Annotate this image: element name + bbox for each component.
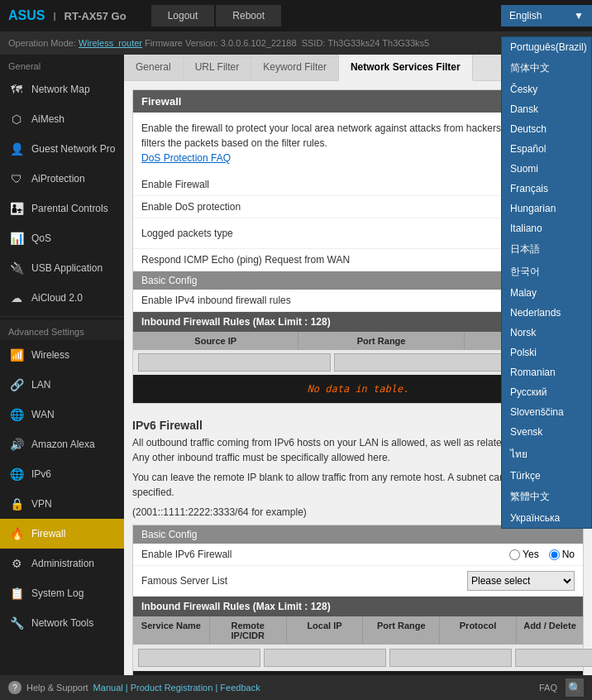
- logout-button[interactable]: Logout: [151, 5, 215, 26]
- network-tools-icon: 🔧: [8, 615, 25, 631]
- language-selector[interactable]: English ▼ Português(Brazil) 简体中文 Česky D…: [501, 5, 592, 26]
- sidebar-item-label: AiMesh: [31, 113, 64, 125]
- source-ip-header: Source IP: [133, 332, 298, 350]
- sidebar-item-parental-controls[interactable]: 👨‍👧 Parental Controls: [0, 194, 124, 223]
- lang-option-th[interactable]: ไทย: [502, 442, 591, 466]
- parental-controls-icon: 👨‍👧: [8, 200, 25, 217]
- port-range-input[interactable]: [334, 353, 527, 372]
- aiprotection-icon: 🛡: [8, 170, 25, 187]
- help-icon: ?: [8, 681, 21, 694]
- sidebar-item-system-log[interactable]: 📋 System Log: [0, 578, 124, 608]
- lang-option-it[interactable]: Italiano: [502, 218, 591, 238]
- lang-option-uk[interactable]: Українська: [502, 508, 591, 528]
- sidebar-item-usb-application[interactable]: 🔌 USB Application: [0, 253, 124, 283]
- sidebar-general-section: General: [0, 55, 124, 74]
- lang-option-fr[interactable]: Français: [502, 179, 591, 199]
- enable-ipv6-row: Enable IPv6 Firewall Yes No: [133, 544, 583, 566]
- enable-ipv4-label: Enable IPv4 inbound firewall rules: [141, 295, 509, 306]
- enable-ipv6-yes[interactable]: Yes: [509, 549, 539, 560]
- lang-option-no[interactable]: Norsk: [502, 323, 591, 343]
- sidebar-item-ipv6[interactable]: 🌐 IPv6: [0, 459, 124, 489]
- lang-option-ja[interactable]: 日本語: [502, 238, 591, 261]
- lang-option-ru[interactable]: Русский: [502, 382, 591, 402]
- sidebar-item-wan[interactable]: 🌐 WAN: [0, 400, 124, 429]
- qos-icon: 📊: [8, 230, 25, 247]
- search-button[interactable]: 🔍: [566, 678, 584, 697]
- vpn-icon: 🔒: [8, 496, 25, 512]
- language-dropdown-button[interactable]: English ▼: [501, 5, 592, 26]
- sidebar-advanced-section: Advanced Settings: [0, 320, 124, 340]
- sidebar-item-wireless[interactable]: 📶 Wireless: [0, 340, 124, 370]
- lang-option-pt-br[interactable]: Português(Brazil): [502, 37, 591, 57]
- tab-general[interactable]: General: [124, 55, 184, 80]
- sidebar-item-label: Administration: [31, 558, 94, 569]
- ipv6-inbound-rules-header: Inbound Firewall Rules (Max Limit : 128): [133, 597, 583, 616]
- language-menu: Português(Brazil) 简体中文 Česky Dansk Deuts…: [501, 36, 592, 529]
- reboot-button[interactable]: Reboot: [216, 5, 281, 26]
- sidebar-item-label: AiCloud 2.0: [31, 292, 83, 304]
- famous-server-select[interactable]: Please select: [467, 571, 575, 591]
- lang-option-da[interactable]: Dansk: [502, 99, 591, 119]
- sidebar-item-amazon-alexa[interactable]: 🔊 Amazon Alexa: [0, 429, 124, 459]
- lang-option-hu[interactable]: Hungarian: [502, 199, 591, 218]
- service-name-input[interactable]: [138, 649, 260, 667]
- sidebar-item-guest-network[interactable]: 👤 Guest Network Pro: [0, 134, 124, 164]
- port-range-ipv6-input[interactable]: [515, 649, 592, 667]
- lang-option-ko[interactable]: 한국어: [502, 261, 591, 283]
- lang-option-ms[interactable]: Malay: [502, 283, 591, 303]
- lang-option-zh-tw[interactable]: 繁體中文: [502, 486, 591, 508]
- tab-url-filter[interactable]: URL Filter: [184, 55, 252, 80]
- lang-option-cs[interactable]: Česky: [502, 79, 591, 99]
- operation-mode-label: Operation Mode:: [8, 38, 76, 48]
- sidebar-item-label: IPv6: [31, 468, 51, 480]
- lang-option-es[interactable]: Español: [502, 139, 591, 159]
- sidebar-item-administration[interactable]: ⚙ Administration: [0, 549, 124, 578]
- lang-option-nl[interactable]: Nederlands: [502, 303, 591, 323]
- sidebar-item-aicloud[interactable]: ☁ AiCloud 2.0: [0, 283, 124, 313]
- lang-option-zh-cn[interactable]: 简体中文: [502, 57, 591, 79]
- product-registration-link[interactable]: Product Registration: [131, 683, 213, 693]
- port-range-ipv6-header: Port Range: [363, 616, 440, 645]
- sidebar-item-network-tools[interactable]: 🔧 Network Tools: [0, 608, 124, 638]
- source-ip-input[interactable]: [138, 353, 331, 372]
- sidebar-item-label: Firewall: [31, 528, 65, 539]
- manual-link[interactable]: Manual: [93, 683, 123, 693]
- local-ip-input[interactable]: [389, 649, 512, 667]
- sidebar-item-label: VPN: [31, 498, 52, 510]
- sidebar-item-lan[interactable]: 🔗 LAN: [0, 370, 124, 400]
- sidebar-item-label: USB Application: [31, 262, 103, 274]
- lang-option-sv[interactable]: Svensk: [502, 422, 591, 442]
- sidebar-item-network-map[interactable]: 🗺 Network Map: [0, 74, 124, 104]
- sidebar-item-firewall[interactable]: 🔥 Firewall: [0, 519, 124, 549]
- feedback-link[interactable]: Feedback: [220, 683, 260, 693]
- lang-option-ro[interactable]: Romanian: [502, 362, 591, 382]
- language-current: English: [509, 10, 542, 22]
- lang-option-fi[interactable]: Suomi: [502, 159, 591, 179]
- operation-mode-value[interactable]: Wireless_router: [79, 38, 142, 48]
- tab-network-services-filter[interactable]: Network Services Filter: [339, 55, 473, 81]
- local-ip-header: Local IP: [287, 616, 364, 645]
- lang-option-sl[interactable]: Slovenščina: [502, 402, 591, 422]
- remote-ip-input[interactable]: [264, 649, 386, 667]
- sidebar-item-label: WAN: [31, 409, 55, 420]
- network-map-icon: 🗺: [8, 81, 25, 98]
- lang-option-de[interactable]: Deutsch: [502, 119, 591, 139]
- sidebar-item-aimesh[interactable]: ⬡ AiMesh: [0, 104, 124, 134]
- ipv6-basic-config-box: Basic Config Enable IPv6 Firewall Yes No: [132, 525, 584, 675]
- tab-keyword-filter[interactable]: Keyword Filter: [251, 55, 339, 80]
- sidebar-item-label: Wireless: [31, 349, 69, 361]
- firewall-icon: 🔥: [8, 525, 25, 542]
- dos-protection-faq-link[interactable]: DoS Protection FAQ: [141, 152, 231, 164]
- service-name-header: Service Name: [133, 616, 210, 645]
- sidebar-item-vpn[interactable]: 🔒 VPN: [0, 489, 124, 519]
- port-range-header: Port Range: [298, 332, 464, 350]
- sidebar-item-qos[interactable]: 📊 QoS: [0, 223, 124, 253]
- ipv6-table-header: Service Name Remote IP/CIDR Local IP Por…: [133, 616, 583, 645]
- enable-ipv6-no[interactable]: No: [549, 549, 575, 560]
- sidebar-item-label: Guest Network Pro: [31, 143, 115, 155]
- sidebar-item-label: Network Map: [31, 84, 90, 95]
- sidebar-item-aiprotection[interactable]: 🛡 AiProtection: [0, 164, 124, 194]
- lang-option-pl[interactable]: Polski: [502, 343, 591, 362]
- sidebar-divider: [0, 316, 124, 317]
- lang-option-tr[interactable]: Türkçe: [502, 466, 591, 486]
